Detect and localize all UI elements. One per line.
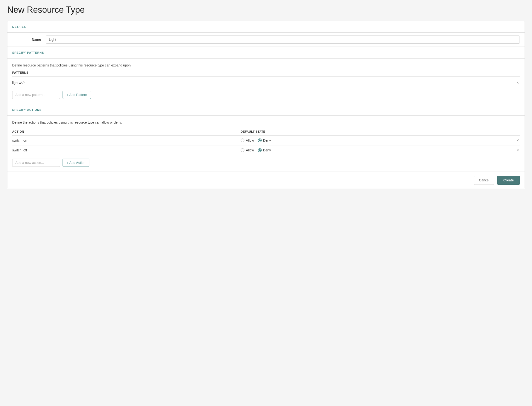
action-state-switch-on: Allow Deny xyxy=(241,138,516,142)
cancel-button[interactable]: Cancel xyxy=(474,176,495,185)
patterns-body: Define resource patterns that policies u… xyxy=(7,58,525,104)
allow-text-switch-on: Allow xyxy=(246,138,254,142)
details-section: DETAILS Name xyxy=(7,21,525,47)
actions-section: SPECIFY ACTIONS Define the actions that … xyxy=(7,104,525,172)
patterns-section-title: SPECIFY PATTERNS xyxy=(12,51,44,54)
remove-pattern-1-button[interactable]: × xyxy=(516,81,520,85)
patterns-description: Define resource patterns that policies u… xyxy=(12,63,520,67)
actions-header: SPECIFY ACTIONS xyxy=(7,104,525,116)
name-input[interactable] xyxy=(46,36,520,44)
footer: Cancel Create xyxy=(7,172,525,188)
page-title: New Resource Type xyxy=(7,5,525,15)
add-pattern-row: + Add Pattern xyxy=(12,91,520,99)
remove-switch-on-container: × xyxy=(516,138,520,142)
allow-radio-switch-on[interactable] xyxy=(241,138,245,142)
pattern-item-1: light://*/* × xyxy=(12,79,520,87)
action-name-switch-on: switch_on xyxy=(12,138,241,142)
deny-label-switch-on[interactable]: Deny xyxy=(258,138,271,142)
page-container: New Resource Type DETAILS Name SPECIFY P… xyxy=(0,0,532,406)
actions-section-title: SPECIFY ACTIONS xyxy=(12,108,42,112)
details-header: DETAILS xyxy=(7,21,525,33)
patterns-header: SPECIFY PATTERNS xyxy=(7,47,525,58)
main-card: DETAILS Name SPECIFY PATTERNS Define res… xyxy=(7,21,525,189)
details-section-title: DETAILS xyxy=(12,25,26,29)
deny-radio-switch-on[interactable] xyxy=(258,138,262,142)
add-action-button[interactable]: + Add Action xyxy=(63,159,89,167)
patterns-section: SPECIFY PATTERNS Define resource pattern… xyxy=(7,47,525,104)
patterns-label: PATTERNS xyxy=(12,71,520,77)
add-pattern-button[interactable]: + Add Pattern xyxy=(63,91,91,99)
deny-radio-switch-off[interactable] xyxy=(258,148,262,152)
remove-switch-off-container: × xyxy=(516,148,520,152)
actions-table-header: ACTION DEFAULT STATE xyxy=(12,128,520,136)
action-row-switch-on: switch_on Allow Deny × xyxy=(12,136,520,145)
add-action-row: + Add Action xyxy=(12,159,520,167)
add-action-input[interactable] xyxy=(12,159,60,167)
allow-label-switch-on[interactable]: Allow xyxy=(241,138,254,142)
actions-body: Define the actions that policies using t… xyxy=(7,116,525,172)
deny-text-switch-on: Deny xyxy=(263,138,271,142)
name-field-row: Name xyxy=(7,33,525,47)
create-button[interactable]: Create xyxy=(497,176,520,185)
col-action-header: ACTION xyxy=(12,130,241,133)
deny-text-switch-off: Deny xyxy=(263,148,271,152)
allow-text-switch-off: Allow xyxy=(246,148,254,152)
actions-description: Define the actions that policies using t… xyxy=(12,120,520,124)
deny-label-switch-off[interactable]: Deny xyxy=(258,148,271,152)
add-pattern-input[interactable] xyxy=(12,91,60,99)
remove-switch-off-button[interactable]: × xyxy=(516,148,520,152)
action-name-switch-off: switch_off xyxy=(12,148,241,152)
remove-switch-on-button[interactable]: × xyxy=(516,138,520,142)
allow-label-switch-off[interactable]: Allow xyxy=(241,148,254,152)
pattern-value-1: light://*/* xyxy=(12,81,25,85)
action-state-switch-off: Allow Deny xyxy=(241,148,516,152)
allow-radio-switch-off[interactable] xyxy=(241,148,245,152)
name-label: Name xyxy=(12,38,41,42)
col-state-header: DEFAULT STATE xyxy=(241,130,265,133)
action-row-switch-off: switch_off Allow Deny × xyxy=(12,145,520,155)
